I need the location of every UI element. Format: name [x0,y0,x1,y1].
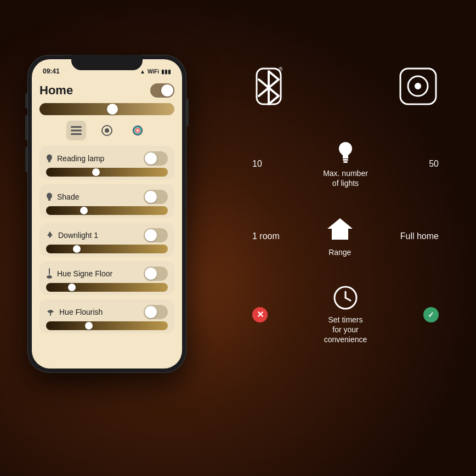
house-icon [326,216,354,243]
timers-bridge-status: ✓ [423,307,439,322]
range-bluetooth-value: 1 room [252,231,280,241]
range-center: Range [302,216,378,257]
timers-bluetooth-status: ✕ [252,307,268,322]
svg-rect-23 [343,161,348,163]
tab-list[interactable] [66,121,86,140]
phone-screen: 09:41 ▲ WiFi ▮▮▮ Home [32,59,182,369]
light-item-flourish: Hue Flourish [39,299,174,333]
bridge-container [398,66,439,107]
scene-tabs [39,121,174,140]
battery-icon: ▮▮▮ [161,69,171,75]
bulb-icon-reading [46,154,53,163]
svg-point-5 [133,126,143,135]
tab-color[interactable] [128,121,148,140]
range-comparison-row: 1 room Range Full home [252,216,439,257]
svg-rect-2 [71,133,82,135]
svg-rect-10 [48,199,51,200]
reading-slider-thumb [92,168,100,176]
svg-marker-24 [327,218,353,240]
downlight-toggle[interactable] [144,228,168,242]
lights-comparison-row: 10 Max. numberof lights 50 [252,140,439,188]
light-item-downlight: Downlight 1 [39,223,174,257]
svg-rect-22 [343,159,348,161]
svg-rect-11 [48,200,50,201]
lights-center-label: Max. numberof lights [323,168,368,188]
light-name-reading: Reading lamp [57,154,104,163]
timers-comparison-row: ✕ Set timersfor yourconvenience ✓ [252,285,439,345]
info-panel: ® 10 Max. numberof lights 50 1 room [236,55,455,439]
bridge-icon [398,66,439,107]
lights-center: Max. numberof lights [307,140,384,188]
home-toggle[interactable] [150,83,174,98]
svg-marker-12 [47,231,53,236]
svg-point-21 [415,83,421,89]
downlight-slider-thumb [73,245,81,253]
flourish-slider[interactable] [46,321,168,330]
signe-icon [46,268,53,279]
light-name-flourish: Hue Flourish [59,308,103,316]
svg-rect-7 [48,160,51,161]
shade-slider-thumb [80,207,88,214]
flourish-toggle[interactable] [144,305,168,319]
timers-center-label: Set timersfor yourconvenience [324,315,367,345]
flourish-icon [46,307,55,317]
light-name-signe: Hue Signe Floor [57,269,112,278]
signal-icon: ▲ [140,69,145,75]
timers-center: Set timersfor yourconvenience [307,285,384,345]
status-time: 09:41 [43,67,60,75]
phone-notch [71,55,143,70]
svg-point-9 [47,193,52,199]
light-name-downlight: Downlight 1 [58,231,98,240]
reading-toggle[interactable] [144,151,168,166]
svg-point-15 [47,275,52,279]
bluetooth-icon: ® [252,66,285,107]
downlight-slider[interactable] [46,245,168,253]
signe-toggle[interactable] [144,267,168,281]
svg-point-6 [47,155,52,161]
home-title: Home [39,83,73,98]
shade-slider[interactable] [46,206,168,215]
svg-rect-8 [48,161,50,162]
tab-scenes[interactable] [97,121,117,140]
svg-rect-14 [49,268,50,275]
range-center-label: Range [328,247,351,257]
lights-bluetooth-value: 10 [252,159,262,169]
light-item-reading-lamp: Reading lamp [39,146,174,180]
bulb-center-icon [337,140,354,164]
flourish-slider-thumb [85,322,93,330]
light-name-shade: Shade [57,192,79,201]
bluetooth-container: ® [252,66,285,107]
brightness-slider[interactable] [39,103,174,115]
svg-rect-1 [71,130,82,132]
svg-text:®: ® [279,66,283,72]
reading-slider[interactable] [46,168,168,177]
bulb-icon-shade [46,192,53,202]
range-bridge-value: Full home [400,231,439,241]
light-item-signe: Hue Signe Floor [39,261,174,295]
phone-mockup: 09:41 ▲ WiFi ▮▮▮ Home [27,55,186,373]
wifi-icon: WiFi [148,69,159,75]
shade-toggle[interactable] [144,190,168,204]
status-icons: ▲ WiFi ▮▮▮ [140,69,171,75]
top-icons-row: ® [252,66,439,107]
lights-bridge-value: 50 [429,159,439,169]
signe-slider[interactable] [46,283,168,292]
svg-point-4 [105,128,109,133]
svg-rect-0 [71,126,82,128]
signe-slider-thumb [68,284,76,291]
downlight-icon [46,230,54,240]
svg-line-27 [345,298,350,301]
home-header: Home [39,79,174,100]
svg-rect-13 [49,236,51,237]
clock-icon [333,285,358,310]
light-item-shade: Shade [39,184,174,218]
brightness-thumb [107,104,118,115]
app-content: Home [32,79,182,333]
svg-rect-16 [50,311,51,316]
